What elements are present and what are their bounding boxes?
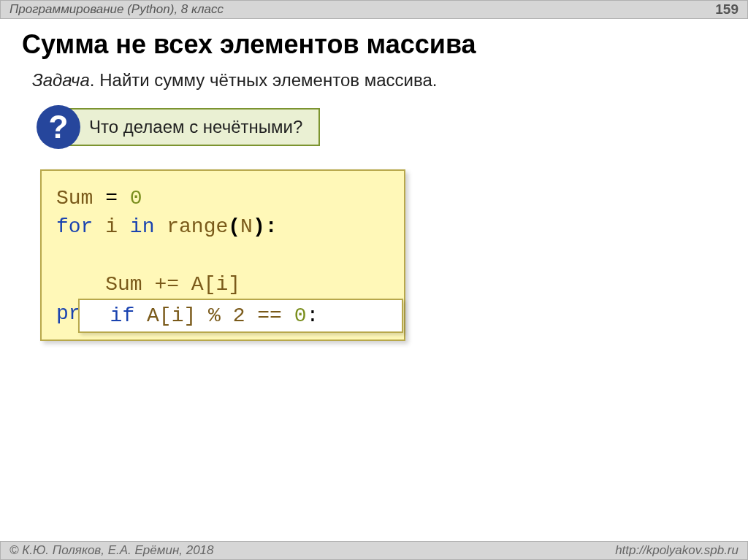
code-line-1: Sum = 0	[56, 184, 389, 212]
question-callout: ? Что делаем с нечётными?	[37, 105, 748, 149]
question-mark-icon: ?	[37, 105, 80, 149]
slide-title: Сумма не всех элементов массива	[0, 19, 748, 67]
task-text: . Найти сумму чётных элементов массива.	[90, 70, 438, 90]
code-line-3-wrap: if A[i] % 2 == 0:	[56, 241, 389, 270]
course-label: Программирование (Python), 8 класс	[9, 2, 224, 17]
page-number: 159	[715, 1, 739, 18]
task-line: Задача. Найти сумму чётных элементов мас…	[0, 67, 748, 105]
code-line-2: for i in range(N):	[56, 212, 389, 241]
header-bar: Программирование (Python), 8 класс 159	[0, 0, 748, 19]
code-block: Sum = 0 for i in range(N): if A[i] % 2 =…	[40, 169, 405, 341]
highlighted-condition: if A[i] % 2 == 0:	[78, 299, 403, 333]
footer-url: http://kpolyakov.spb.ru	[615, 543, 739, 558]
question-text: Что делаем с нечётными?	[66, 108, 320, 146]
footer-bar: © К.Ю. Поляков, Е.А. Ерёмин, 2018 http:/…	[0, 541, 748, 560]
code-line-4: Sum += A[i]	[56, 270, 389, 299]
task-label: Задача	[32, 70, 90, 90]
copyright: © К.Ю. Поляков, Е.А. Ерёмин, 2018	[9, 543, 214, 558]
